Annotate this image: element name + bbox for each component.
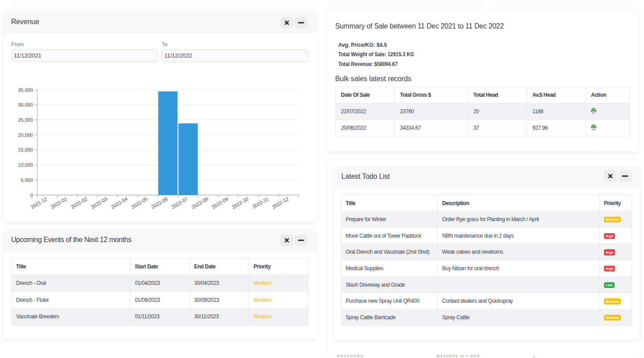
svg-text:0: 0 <box>30 193 33 198</box>
svg-text:15,000: 15,000 <box>18 147 33 152</box>
svg-text:Total Revenue: $58094.67: Total Revenue: $58094.67 <box>338 61 398 67</box>
svg-text:2022-02: 2022-02 <box>70 196 88 210</box>
svg-text:Total Weight of Sale: 12915.3: Total Weight of Sale: 12915.3 KG <box>338 51 414 58</box>
svg-text:25,000: 25,000 <box>18 117 33 123</box>
svg-text:2022-12: 2022-12 <box>271 196 289 210</box>
svg-text:2022-01: 2022-01 <box>50 196 68 210</box>
svg-text:2022-05: 2022-05 <box>130 196 148 210</box>
svg-text:10,000: 10,000 <box>18 162 33 168</box>
svg-text:Avg. Price/KG: $4.5: Avg. Price/KG: $4.5 <box>338 42 387 48</box>
svg-text:2022-11: 2022-11 <box>251 196 269 210</box>
svg-text:2021-12: 2021-12 <box>30 196 48 210</box>
svg-text:5,000: 5,000 <box>21 177 33 183</box>
svg-text:2022-08: 2022-08 <box>191 196 209 210</box>
svg-text:2022-06: 2022-06 <box>151 196 169 210</box>
svg-text:2022-03: 2022-03 <box>90 196 108 210</box>
svg-text:35,000: 35,000 <box>18 87 33 93</box>
svg-text:2022-07: 2022-07 <box>171 196 189 210</box>
svg-text:2022-04: 2022-04 <box>110 196 128 210</box>
svg-text:20,000: 20,000 <box>18 132 33 138</box>
svg-text:2022-10: 2022-10 <box>231 196 249 210</box>
svg-text:30,000: 30,000 <box>18 102 33 107</box>
svg-text:2022-09: 2022-09 <box>211 196 229 210</box>
